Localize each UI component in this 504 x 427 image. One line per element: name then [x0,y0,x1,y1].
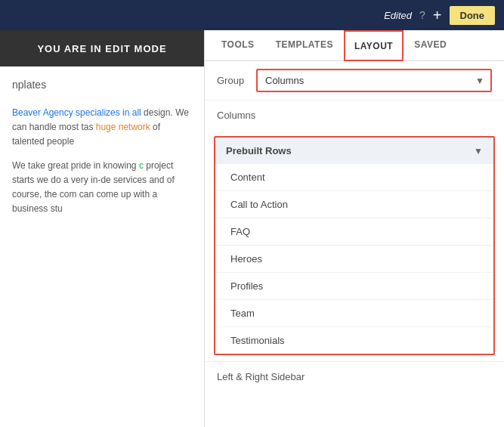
page-content-area: nplates Beaver Agency specializes in all… [0,67,204,427]
add-button[interactable]: + [433,7,442,24]
prebuilt-item-cta[interactable]: Call to Action [215,191,493,218]
prebuilt-item-content[interactable]: Content [215,164,493,191]
panel-tabs: TOOLS TEMPLATES LAYOUT SAVED [205,30,504,61]
prebuilt-section: Prebuilt Rows ▼ Content Call to Action F… [214,136,495,355]
panel-content: Columns Prebuilt Rows ▼ Content Call to … [205,101,504,427]
group-select[interactable]: Columns Rows [258,70,490,91]
group-select-wrapper: Columns Rows ▼ [256,69,492,92]
tab-tools[interactable]: TOOLS [211,30,265,60]
edit-mode-banner: YOU ARE IN EDIT MODE [0,30,204,67]
paragraph-1: Beaver Agency specializes in all design.… [12,106,192,150]
prebuilt-item-faq[interactable]: FAQ [215,218,493,246]
help-button[interactable]: ? [419,9,425,21]
prebuilt-arrow-icon: ▼ [474,146,483,156]
done-button[interactable]: Done [450,6,496,25]
prebuilt-item-profiles[interactable]: Profiles [215,273,493,300]
prebuilt-item-heroes[interactable]: Heroes [215,246,493,273]
prebuilt-items-list: Content Call to Action FAQ Heroes Profil… [215,164,493,354]
tab-layout[interactable]: LAYOUT [344,30,404,61]
tab-templates[interactable]: TEMPLATES [265,30,344,60]
page-content-title: nplates [12,79,192,91]
tab-saved[interactable]: SAVED [404,30,457,60]
bottom-item-sidebar[interactable]: Left & Right Sidebar [205,361,504,391]
top-bar: Edited ? + Done [0,0,504,30]
paragraph-2: We take great pride in knowing c project… [12,159,192,217]
edit-mode-text: YOU ARE IN EDIT MODE [37,43,166,54]
prebuilt-header-label: Prebuilt Rows [226,145,292,156]
section-title: Columns [205,101,504,130]
prebuilt-header[interactable]: Prebuilt Rows ▼ [215,138,493,164]
panel: TOOLS TEMPLATES LAYOUT SAVED Group Colum… [204,30,504,427]
group-row: Group Columns Rows ▼ [205,61,504,101]
prebuilt-item-team[interactable]: Team [215,300,493,327]
page-content-body: Beaver Agency specializes in all design.… [12,106,192,216]
prebuilt-item-testimonials[interactable]: Testimonials [215,327,493,354]
group-label: Group [217,75,247,86]
edited-label: Edited [384,10,412,21]
